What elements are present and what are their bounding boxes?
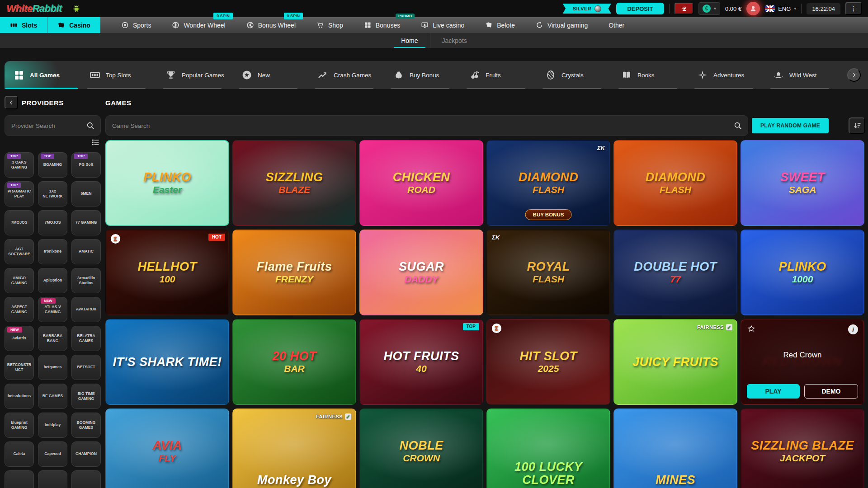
- support-button[interactable]: [675, 3, 693, 14]
- provider-tile[interactable]: 7MOJOS: [5, 210, 34, 235]
- game-card[interactable]: RED CROWN i Red Crown PLAY DEMO: [741, 319, 864, 405]
- game-card[interactable]: IT'S SHARK TIME!: [105, 319, 229, 405]
- game-card[interactable]: HOT FRUITS 40 TOP: [359, 319, 483, 405]
- provider-tile[interactable]: 3 OAKS GAMING TOP: [5, 152, 34, 178]
- nav-active-tab[interactable]: Slots: [0, 17, 47, 33]
- demo-button[interactable]: DEMO: [804, 384, 858, 399]
- categories-scroll-right-button[interactable]: [847, 68, 861, 82]
- sort-games-button[interactable]: [849, 117, 865, 134]
- provider-tile[interactable]: 7MOJOS: [38, 210, 67, 235]
- provider-tile[interactable]: Armadillo Studios: [71, 268, 101, 293]
- provider-tile[interactable]: ATLAS-V GAMING NEW: [38, 297, 67, 322]
- game-card[interactable]: SWEET SAGA: [741, 140, 864, 226]
- provider-tile[interactable]: betgames: [38, 355, 67, 380]
- provider-tile[interactable]: BETSOFT: [71, 355, 101, 380]
- info-icon[interactable]: i: [848, 324, 858, 334]
- provider-tile[interactable]: AMIGO GAMING: [5, 268, 34, 293]
- providers-collapse-button[interactable]: [5, 96, 18, 109]
- category-item[interactable]: Wild West: [764, 61, 840, 89]
- favorite-star-icon[interactable]: [747, 324, 756, 333]
- category-item[interactable]: Buy Bonus: [384, 61, 460, 89]
- sub-nav-tab[interactable]: Home: [389, 33, 430, 48]
- provider-tile[interactable]: BF GAMES: [38, 384, 67, 409]
- provider-tile[interactable]: [71, 470, 101, 488]
- game-card[interactable]: MINES: [613, 408, 737, 488]
- game-card[interactable]: CHICKEN ROAD: [359, 140, 483, 226]
- game-card[interactable]: PLINKO Easter: [105, 140, 229, 226]
- provider-tile[interactable]: Capecod: [38, 441, 67, 467]
- play-random-game-button[interactable]: PLAY RANDOM GAME: [752, 118, 829, 133]
- provider-tile[interactable]: BETCONSTRUCT: [5, 355, 34, 380]
- provider-tile[interactable]: CHAMPION: [71, 441, 101, 467]
- game-card[interactable]: DIAMOND FLASH: [613, 140, 737, 226]
- category-item[interactable]: New: [232, 61, 308, 89]
- game-card[interactable]: 100 LUCKY CLOVER: [486, 408, 610, 488]
- provider-tile[interactable]: BIG TIME GAMING: [71, 384, 101, 409]
- game-card[interactable]: DOUBLE HOT 77: [613, 230, 737, 315]
- provider-tile[interactable]: Aviatrix NEW: [5, 326, 34, 351]
- game-card[interactable]: HIT SLOT 2025 Σ: [486, 319, 610, 405]
- provider-tile[interactable]: BARBARA BANG: [38, 326, 67, 351]
- kebab-menu-button[interactable]: ⋮: [845, 2, 862, 15]
- avatar[interactable]: [746, 2, 760, 15]
- nav-item[interactable]: Other: [609, 17, 624, 33]
- language-selector[interactable]: ENG ▾: [765, 5, 796, 12]
- provider-tile[interactable]: AMATIC: [71, 239, 101, 264]
- category-item[interactable]: Books: [612, 61, 688, 89]
- provider-tile[interactable]: boldplay: [38, 413, 67, 438]
- provider-tile[interactable]: ApiOption: [38, 268, 67, 293]
- category-item[interactable]: Adventures: [688, 61, 764, 89]
- provider-view-toggle[interactable]: [5, 137, 101, 152]
- provider-tile[interactable]: blueprint GAMING: [5, 413, 34, 438]
- provider-tile[interactable]: betsolutions: [5, 384, 34, 409]
- nav-item[interactable]: Live casino: [421, 17, 464, 33]
- category-item[interactable]: Crystals: [536, 61, 612, 89]
- provider-tile[interactable]: Caleta: [5, 441, 34, 467]
- provider-tile[interactable]: BELATRA GAMES: [71, 326, 101, 351]
- nav-item[interactable]: Shop: [316, 17, 343, 33]
- provider-tile[interactable]: PRAGMATIC PLAY TOP: [5, 181, 34, 206]
- game-card[interactable]: AVIA FLY: [105, 408, 229, 488]
- provider-tile[interactable]: AVATARUX: [71, 297, 101, 322]
- site-logo[interactable]: WhiteRabbit: [6, 3, 62, 14]
- nav-item[interactable]: Wonder Wheel 0 SPIN: [172, 17, 225, 33]
- provider-tile[interactable]: 77 GAMING: [71, 210, 101, 235]
- nav-item[interactable]: Sports: [121, 17, 151, 33]
- nav-item[interactable]: Virtual gaming: [536, 17, 588, 33]
- android-app-icon[interactable]: [72, 4, 81, 14]
- provider-tile[interactable]: ASPECT GAMING: [5, 297, 34, 322]
- game-card[interactable]: PLINKO 1000: [741, 230, 864, 315]
- game-search-input[interactable]: [105, 115, 748, 136]
- provider-tile[interactable]: 5MEN: [71, 181, 101, 206]
- play-button[interactable]: PLAY: [747, 384, 800, 399]
- game-card[interactable]: ROYAL FLASH ΣK: [486, 230, 610, 315]
- provider-tile[interactable]: AGT SOFTWARE: [5, 239, 34, 264]
- provider-tile[interactable]: BGAMING TOP: [38, 152, 67, 178]
- provider-tile[interactable]: tronixone: [38, 239, 67, 264]
- category-item[interactable]: Fruits: [460, 61, 536, 89]
- game-card[interactable]: HELLHOT 100 Σ HOT: [105, 230, 229, 315]
- nav-item[interactable]: Bonuses PROMO: [364, 17, 400, 33]
- provider-tile[interactable]: [38, 470, 67, 488]
- provider-tile[interactable]: PG Soft TOP: [71, 152, 101, 178]
- nav-item[interactable]: Belote: [485, 17, 515, 33]
- game-card[interactable]: SIZZLING BLAZE JACKPOT: [741, 408, 864, 488]
- game-card[interactable]: 20 HOT BAR: [232, 319, 356, 405]
- provider-tile[interactable]: [5, 470, 34, 488]
- deposit-button[interactable]: DEPOSIT: [616, 3, 664, 14]
- game-card[interactable]: Monkey Boy FAIRNESS ✓: [232, 408, 356, 488]
- sub-nav-tab[interactable]: Jackpots: [430, 33, 479, 48]
- game-card[interactable]: SIZZLING BLAZE: [232, 140, 356, 226]
- provider-tile[interactable]: 1X2 NETWORK: [38, 181, 67, 206]
- provider-tile[interactable]: BOOMING GAMES: [71, 413, 101, 438]
- game-card[interactable]: Flame Fruits FRENZY: [232, 230, 356, 315]
- nav-item[interactable]: Bonus Wheel 0 SPIN: [246, 17, 296, 33]
- game-card[interactable]: DIAMOND FLASH ΣK BUY BONUS: [486, 140, 610, 226]
- currency-selector[interactable]: € ▾: [698, 2, 720, 15]
- category-item[interactable]: Popular Games: [156, 61, 232, 89]
- game-card[interactable]: NOBLE CROWN: [359, 408, 483, 488]
- game-card[interactable]: JUICY FRUITS FAIRNESS ✓: [613, 319, 737, 405]
- loyalty-level-badge[interactable]: SILVER: [563, 4, 611, 14]
- category-item[interactable]: Top Slots: [80, 61, 156, 89]
- category-item[interactable]: Crash Games: [308, 61, 384, 89]
